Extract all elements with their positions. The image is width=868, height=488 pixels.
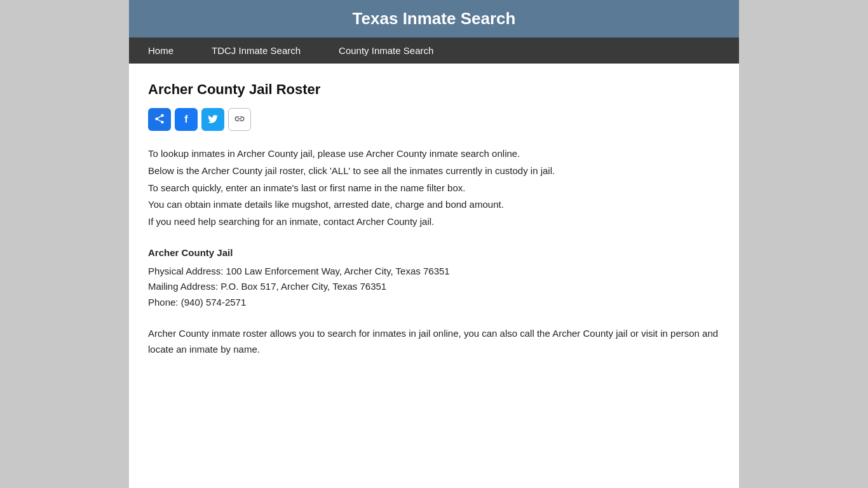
nav-item-home[interactable]: Home [129, 37, 193, 64]
site-title: Texas Inmate Search [142, 9, 726, 29]
jail-info-section: Archer County Jail Physical Address: 100… [148, 245, 720, 311]
description-section: To lookup inmates in Archer County jail,… [148, 146, 720, 230]
jail-physical-address: Physical Address: 100 Law Enforcement Wa… [148, 264, 720, 280]
desc-line-1: To lookup inmates in Archer County jail,… [148, 146, 720, 162]
main-content: Archer County Jail Roster f [129, 64, 739, 383]
jail-name: Archer County Jail [148, 245, 720, 261]
twitter-icon [207, 113, 219, 126]
nav-item-county[interactable]: County Inmate Search [320, 37, 452, 64]
facebook-button[interactable]: f [175, 108, 198, 131]
jail-phone: Phone: (940) 574-2571 [148, 295, 720, 311]
copy-link-icon [234, 113, 245, 126]
bottom-paragraph: Archer County inmate roster allows you t… [148, 326, 720, 358]
jail-mailing-address: Mailing Address: P.O. Box 517, Archer Ci… [148, 279, 720, 295]
site-header: Texas Inmate Search [129, 0, 739, 37]
main-nav: Home TDCJ Inmate Search County Inmate Se… [129, 37, 739, 64]
nav-item-tdcj[interactable]: TDCJ Inmate Search [193, 37, 320, 64]
social-share-bar: f [148, 108, 720, 131]
share-button[interactable] [148, 108, 171, 131]
page-title: Archer County Jail Roster [148, 81, 720, 98]
desc-line-5: If you need help searching for an inmate… [148, 214, 720, 230]
share-icon [154, 113, 165, 126]
twitter-button[interactable] [201, 108, 224, 131]
desc-line-4: You can obtain inmate details like mugsh… [148, 197, 720, 213]
desc-line-2: Below is the Archer County jail roster, … [148, 163, 720, 179]
desc-line-3: To search quickly, enter an inmate's las… [148, 180, 720, 196]
copy-link-button[interactable] [228, 108, 251, 131]
facebook-icon: f [184, 114, 187, 125]
